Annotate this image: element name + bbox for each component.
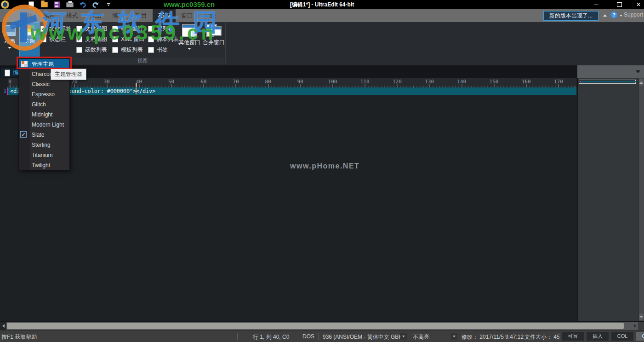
- other-windows-label: 其他窗口: [178, 39, 200, 46]
- code-line-1[interactable]: <div style="background-color: #000000"><…: [8, 87, 576, 95]
- encoding-dropdown-icon[interactable]: [400, 333, 407, 340]
- manage-themes-item[interactable]: 管理主题: [19, 59, 69, 69]
- ribbon-tab[interactable]: 格式: [61, 9, 84, 22]
- theme-menu-item[interactable]: Classic: [19, 79, 69, 89]
- ribbon-tab[interactable]: 项目: [130, 9, 153, 22]
- checkbox-icon: [76, 36, 82, 42]
- view-option[interactable]: 文件标签: [40, 25, 71, 32]
- status-line-ending[interactable]: DOS: [302, 333, 314, 340]
- vertical-scrollbar[interactable]: [638, 78, 644, 321]
- theme-menu-item[interactable]: Titanium: [19, 150, 69, 160]
- close-button[interactable]: ✕: [631, 0, 644, 9]
- checkbox-label: 宏列表: [157, 25, 173, 33]
- status-badge[interactable]: 可写: [562, 332, 584, 341]
- status-separator: [559, 333, 559, 340]
- ribbon-tab[interactable]: 编辑: [38, 9, 61, 22]
- scroll-left-icon[interactable]: [0, 322, 6, 330]
- other-windows-icon: [182, 24, 197, 37]
- ribbon-group-separator: [225, 23, 226, 64]
- status-cursor-position: 行 1, 列 40, C0: [253, 333, 289, 341]
- scroll-down-icon[interactable]: [639, 313, 644, 320]
- code-editor[interactable]: 0102030405060708090100110120130140150160…: [0, 78, 577, 321]
- view-checkbox-column-3: 输出窗口 XML 窗口 模板列表: [112, 25, 145, 53]
- code-after-caret: </div>: [136, 88, 155, 94]
- docmap-header: [577, 65, 644, 78]
- highlight-dropdown-icon[interactable]: [451, 333, 457, 340]
- checkbox-icon: [148, 36, 154, 42]
- checkbox-label: XML 窗口: [121, 35, 145, 43]
- ribbon-tab[interactable]: 视图: [84, 9, 107, 22]
- merge-windows-icon: [206, 24, 222, 37]
- ruler-label: 30: [103, 79, 109, 85]
- status-badge[interactable]: COL: [611, 332, 633, 341]
- theme-button[interactable]: 主题: [19, 22, 40, 58]
- ribbon-tab[interactable]: 布局: [153, 9, 176, 22]
- theme-menu-item[interactable]: Slate: [19, 130, 69, 140]
- minimize-button[interactable]: [588, 0, 604, 9]
- manage-themes-label: 管理主题: [32, 60, 54, 68]
- view-checkbox-column-1: 文件标签 状态栏: [40, 25, 71, 42]
- checkbox-label: 文件标签: [49, 25, 71, 33]
- view-option[interactable]: 文件视图: [76, 25, 107, 32]
- horizontal-scrollbar[interactable]: [0, 322, 638, 330]
- theme-menu-item[interactable]: Midnight: [19, 110, 69, 120]
- theme-menu-item[interactable]: Modern Light: [19, 120, 69, 130]
- view-option[interactable]: 书签: [148, 46, 179, 53]
- view-option[interactable]: 脚本列表: [148, 36, 179, 42]
- theme-menu-item[interactable]: Espresso: [19, 89, 69, 99]
- ruler-label: 110: [360, 79, 370, 85]
- ribbon-tab-bar: 主页 编辑 格式 视图 编码 项目 布局 窗口 高级 新的版本出现了... ? …: [0, 9, 644, 22]
- ribbon-tab[interactable]: 主页: [15, 9, 38, 22]
- view-option[interactable]: 文档地图: [76, 36, 107, 42]
- theme-name: Twilight: [32, 162, 50, 168]
- horizontal-scroll-thumb[interactable]: [7, 323, 624, 329]
- view-option[interactable]: 输出窗口: [112, 25, 145, 32]
- help-dropdown-icon[interactable]: [620, 15, 622, 17]
- checkbox-label: 输出窗口: [121, 25, 143, 33]
- ruler-label: 50: [168, 79, 174, 85]
- maximize-button[interactable]: [611, 0, 627, 9]
- chevron-down-icon: [8, 47, 11, 49]
- view-option[interactable]: 宏列表: [148, 25, 179, 32]
- theme-name: Glitch: [32, 101, 46, 108]
- title-bar: [编辑1*] - UltraEdit 64-bit ✕: [0, 0, 644, 9]
- theme-name: Sterling: [32, 142, 51, 148]
- theme-name: Modern Light: [32, 122, 64, 128]
- status-badge[interactable]: CAP: [636, 332, 644, 341]
- collapse-ribbon-icon[interactable]: [603, 14, 607, 17]
- view-option[interactable]: 函数列表: [76, 46, 107, 53]
- theme-name: Titanium: [32, 152, 53, 158]
- new-version-button[interactable]: 新的版本出现了...: [543, 11, 598, 21]
- theme-name: Classic: [32, 81, 50, 87]
- checkbox-icon: [112, 47, 118, 53]
- help-icon[interactable]: ?: [610, 12, 617, 18]
- view-option[interactable]: 模板列表: [112, 46, 145, 53]
- ruler-label: 160: [522, 79, 531, 85]
- status-encoding[interactable]: 936 (ANSI/OEM - 简体中文 GBK): [323, 333, 404, 341]
- view-option[interactable]: 状态栏: [40, 36, 71, 42]
- theme-menu-item[interactable]: Twilight: [19, 160, 69, 170]
- scroll-up-icon[interactable]: [639, 79, 644, 86]
- scroll-right-icon[interactable]: [634, 322, 636, 330]
- checkbox-label: 函数列表: [85, 46, 107, 54]
- view-option[interactable]: XML 窗口: [112, 36, 145, 42]
- theme-menu-item[interactable]: Glitch: [19, 99, 69, 110]
- merge-windows-label: 合并窗口: [203, 39, 225, 46]
- checkbox-icon: [148, 47, 154, 53]
- ribbon-tab[interactable]: 窗口: [176, 9, 199, 22]
- chevron-down-icon: [188, 48, 191, 50]
- ribbon-tab[interactable]: 高级: [199, 9, 222, 22]
- tab-list-dropdown-icon[interactable]: [636, 70, 640, 73]
- column-ruler: 0102030405060708090100110120130140150160…: [8, 78, 576, 88]
- document-map[interactable]: [578, 78, 638, 321]
- theme-menu-item[interactable]: Sterling: [19, 140, 69, 150]
- status-syntax-highlight[interactable]: 不高亮: [413, 333, 429, 341]
- checkbox-icon: [76, 26, 82, 32]
- support-link[interactable]: Support: [624, 12, 643, 18]
- status-badge[interactable]: 插入: [587, 332, 609, 341]
- merge-windows-button[interactable]: 合并窗口: [201, 23, 226, 56]
- view-group-label: 视图: [61, 58, 224, 64]
- layout-button[interactable]: 布局: [1, 24, 18, 63]
- ribbon-tab[interactable]: 编码: [107, 9, 130, 22]
- document-icon: [5, 70, 10, 76]
